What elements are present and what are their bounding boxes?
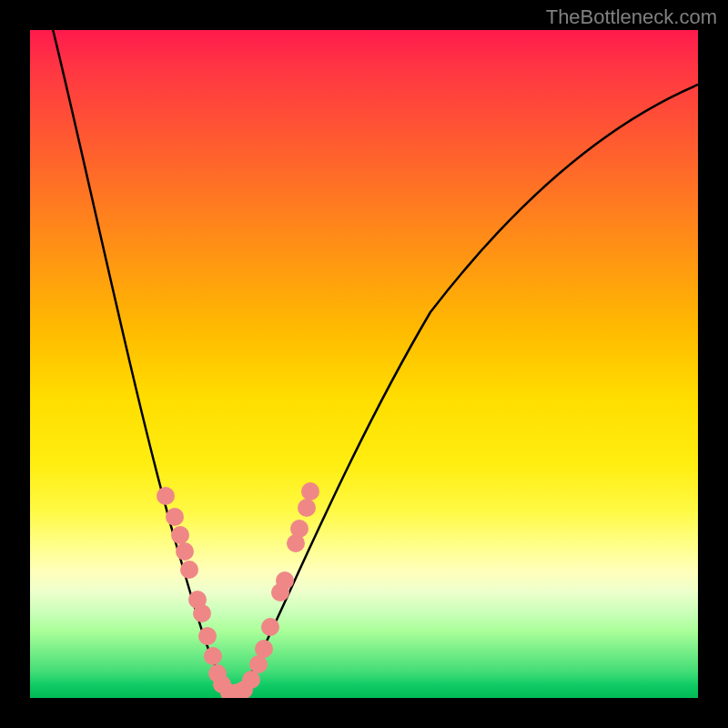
marker-dot (157, 487, 175, 505)
marker-dot (298, 499, 316, 517)
marker-dot (180, 561, 198, 579)
chart-svg (30, 30, 698, 698)
marker-dot (261, 618, 279, 636)
marker-dot (176, 542, 194, 561)
marker-dot (198, 627, 217, 645)
marker-dot (276, 571, 294, 590)
marker-dot (171, 526, 189, 544)
chart-plot-area (30, 30, 698, 698)
marker-dot (193, 604, 211, 622)
marker-dot (204, 647, 222, 665)
watermark-text: TheBottleneck.com (546, 5, 717, 29)
right-branch-markers (228, 482, 319, 698)
marker-dot (301, 482, 319, 500)
bottleneck-curve (52, 30, 698, 695)
marker-dot (255, 640, 273, 658)
marker-dot (249, 655, 268, 673)
marker-dot (290, 520, 308, 538)
marker-dot (242, 671, 260, 689)
marker-dot (166, 508, 184, 526)
left-branch-markers (157, 487, 238, 698)
